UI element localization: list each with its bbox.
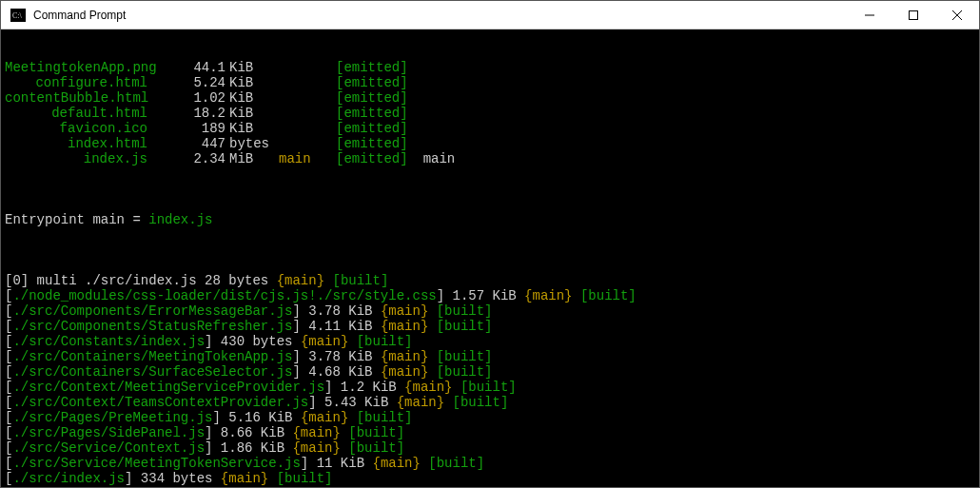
titlebar[interactable]: C:\ Command Prompt xyxy=(1,1,979,29)
terminal-output[interactable]: MeetingtokenApp.png44.1KiB[emitted]confi… xyxy=(1,29,979,487)
minimize-button[interactable] xyxy=(848,1,892,29)
module-row: [./src/Pages/PreMeeting.js] 5.16 KiB {ma… xyxy=(5,410,975,425)
entrypoint-line: Entrypoint main = index.js xyxy=(5,212,975,227)
module-row: [./src/Constants/index.js] 430 bytes {ma… xyxy=(5,334,975,349)
emitted-row: configure.html5.24KiB[emitted] xyxy=(5,75,975,90)
module-row: [./src/Context/MeetingServiceProvider.js… xyxy=(5,380,975,395)
module-row: [./src/Components/ErrorMessageBar.js] 3.… xyxy=(5,303,975,319)
module-row: [./src/Service/MeetingTokenService.js] 1… xyxy=(5,456,975,471)
svg-text:C:\: C:\ xyxy=(12,11,23,20)
module-row: [./src/Containers/SurfaceSelector.js] 4.… xyxy=(5,364,975,380)
module-row: [./src/Components/StatusRefresher.js] 4.… xyxy=(5,319,975,334)
module-row: [./src/style.css] 519 bytes {main} [buil… xyxy=(5,486,975,487)
maximize-button[interactable] xyxy=(892,1,935,29)
emitted-row: favicon.ico189KiB[emitted] xyxy=(5,121,975,136)
module-row: [./src/index.js] 334 bytes {main} [built… xyxy=(5,471,975,486)
close-button[interactable] xyxy=(935,1,979,29)
module-row: [0] multi ./src/index.js 28 bytes {main}… xyxy=(5,273,975,288)
emitted-row: contentBubble.html1.02KiB[emitted] xyxy=(5,90,975,106)
emitted-block: MeetingtokenApp.png44.1KiB[emitted]confi… xyxy=(5,60,975,166)
module-row: [./node_modules/css-loader/dist/cjs.js!.… xyxy=(5,288,975,303)
window-title: Command Prompt xyxy=(33,9,126,22)
command-prompt-window: C:\ Command Prompt MeetingtokenApp.png44… xyxy=(0,0,980,488)
emitted-row: MeetingtokenApp.png44.1KiB[emitted] xyxy=(5,60,975,75)
module-row: [./src/Containers/MeetingTokenApp.js] 3.… xyxy=(5,349,975,364)
modules-block: [0] multi ./src/index.js 28 bytes {main}… xyxy=(5,273,975,487)
emitted-row: index.js2.34MiBmain[emitted]main xyxy=(5,151,975,166)
module-row: [./src/Pages/SidePanel.js] 8.66 KiB {mai… xyxy=(5,425,975,440)
emitted-row: default.html18.2KiB[emitted] xyxy=(5,106,975,121)
svg-rect-3 xyxy=(910,10,918,19)
cmd-icon: C:\ xyxy=(9,8,28,23)
module-row: [./src/Service/Context.js] 1.86 KiB {mai… xyxy=(5,440,975,456)
module-row: [./src/Context/TeamsContextProvider.js] … xyxy=(5,395,975,410)
emitted-row: index.html447bytes[emitted] xyxy=(5,136,975,151)
